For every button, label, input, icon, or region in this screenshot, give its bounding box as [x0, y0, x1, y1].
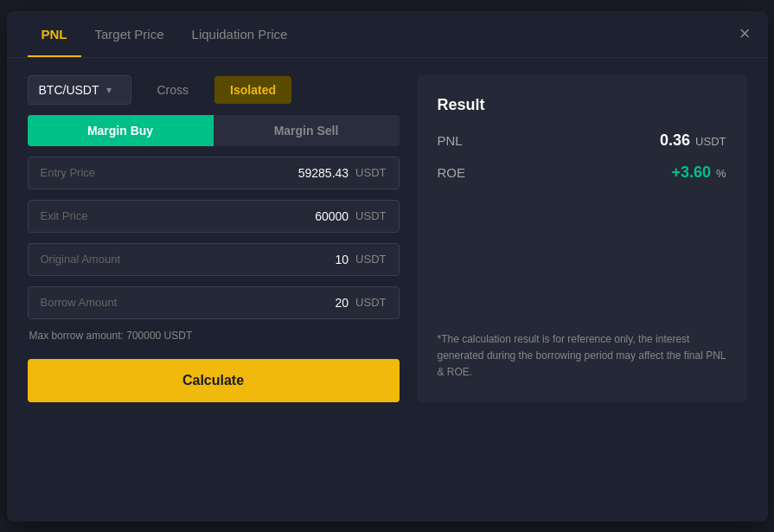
roe-row: ROE +3.60 % — [438, 163, 726, 182]
isolated-mode-button[interactable]: Isolated — [214, 76, 291, 104]
borrow-amount-value-row: 20 USDT — [336, 296, 387, 310]
result-title: Result — [438, 96, 726, 114]
exit-price-field[interactable]: Exit Price 60000 USDT — [28, 200, 400, 233]
calculate-button[interactable]: Calculate — [28, 359, 400, 402]
max-borrow-text: Max borrow amount: 700000 USDT — [28, 330, 400, 342]
roe-unit: % — [716, 167, 726, 180]
borrow-amount-value: 20 — [336, 296, 349, 310]
tabs-bar: PNL Target Price Liquidation Price × — [7, 11, 768, 58]
margin-buy-button[interactable]: Margin Buy — [28, 115, 214, 146]
roe-label: ROE — [438, 165, 466, 180]
borrow-amount-label: Borrow Amount — [41, 296, 118, 309]
roe-value: +3.60 — [671, 163, 711, 182]
tab-liquidation-price[interactable]: Liquidation Price — [178, 11, 302, 57]
controls-row: BTC/USDT ▾ Cross Isolated — [28, 75, 400, 105]
exit-price-value-row: 60000 USDT — [315, 209, 386, 223]
borrow-amount-unit: USDT — [355, 296, 386, 309]
original-amount-value-row: 10 USDT — [336, 253, 387, 266]
original-amount-field[interactable]: Original Amount 10 USDT — [28, 243, 400, 276]
chevron-down-icon: ▾ — [106, 84, 112, 96]
margin-sell-button[interactable]: Margin Sell — [214, 115, 400, 146]
entry-price-label: Entry Price — [41, 166, 96, 179]
pnl-value: 0.36 — [660, 131, 690, 150]
close-button[interactable]: × — [739, 24, 751, 43]
pnl-unit: USDT — [695, 135, 726, 148]
roe-value-group: +3.60 % — [671, 163, 726, 182]
modal-body: BTC/USDT ▾ Cross Isolated Margin Buy Mar… — [7, 58, 768, 423]
pnl-value-group: 0.36 USDT — [660, 131, 726, 150]
original-amount-label: Original Amount — [41, 253, 121, 266]
margin-toggle: Margin Buy Margin Sell — [28, 115, 400, 146]
tab-pnl[interactable]: PNL — [28, 11, 81, 57]
pair-label: BTC/USDT — [39, 83, 99, 97]
pair-selector[interactable]: BTC/USDT ▾ — [28, 75, 131, 105]
entry-price-value-row: 59285.43 USDT — [298, 166, 387, 180]
exit-price-value: 60000 — [315, 209, 349, 223]
left-panel: BTC/USDT ▾ Cross Isolated Margin Buy Mar… — [28, 75, 400, 402]
tab-target-price[interactable]: Target Price — [81, 11, 178, 57]
exit-price-label: Exit Price — [41, 209, 88, 222]
pnl-row: PNL 0.36 USDT — [438, 131, 726, 150]
entry-price-unit: USDT — [355, 166, 386, 179]
exit-price-unit: USDT — [355, 209, 386, 222]
disclaimer-text: *The calculation result is for reference… — [438, 331, 726, 381]
modal: PNL Target Price Liquidation Price × BTC… — [7, 11, 768, 522]
right-panel: Result PNL 0.36 USDT ROE +3.60 % *The ca… — [417, 75, 747, 402]
entry-price-value: 59285.43 — [298, 166, 349, 180]
pnl-label: PNL — [438, 133, 463, 148]
original-amount-unit: USDT — [355, 253, 386, 266]
entry-price-field[interactable]: Entry Price 59285.43 USDT — [28, 157, 400, 189]
borrow-amount-field[interactable]: Borrow Amount 20 USDT — [28, 286, 400, 319]
original-amount-value: 10 — [336, 253, 349, 266]
cross-mode-button[interactable]: Cross — [142, 76, 205, 104]
